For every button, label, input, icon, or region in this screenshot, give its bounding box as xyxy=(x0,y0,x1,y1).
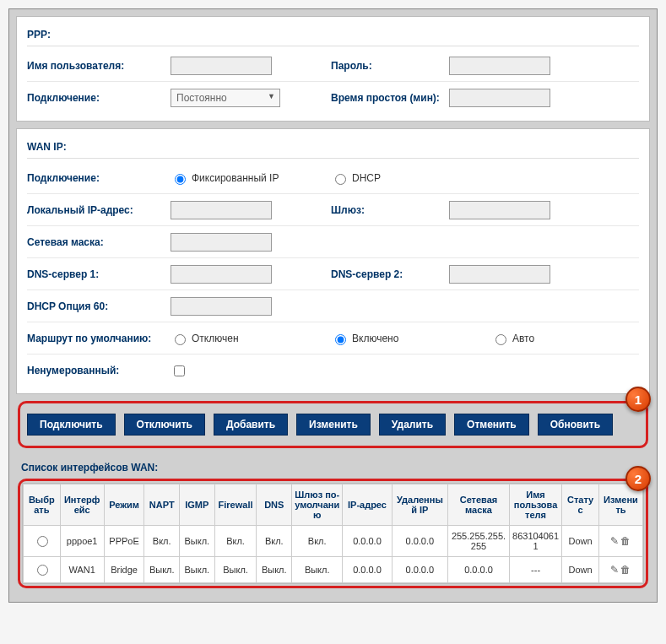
wan-title: WAN IP: xyxy=(27,136,639,159)
cell-netmask: 0.0.0.0 xyxy=(448,557,510,583)
connection-select[interactable]: Постоянно xyxy=(171,89,280,107)
th-ip: IP-адрес xyxy=(343,484,392,526)
gateway-label: Шлюз: xyxy=(331,204,449,216)
cell-user: --- xyxy=(509,557,561,583)
cell-firewall: Вкл. xyxy=(214,526,257,557)
unnumbered-label: Ненумерованный: xyxy=(27,365,171,376)
cell-defgw: Вкл. xyxy=(292,526,343,557)
dhcp60-label: DHCP Опция 60: xyxy=(27,300,171,312)
netmask-label: Сетевая маска: xyxy=(27,236,171,248)
cell-mode: PPPoE xyxy=(104,526,144,557)
radio-defroute-auto-input[interactable] xyxy=(495,334,506,345)
radio-defroute-off[interactable]: Отключен xyxy=(171,332,239,345)
delete-icon[interactable]: 🗑 xyxy=(620,535,631,547)
th-remoteip: Удаленный IP xyxy=(392,484,448,526)
radio-defroute-on-input[interactable] xyxy=(335,334,346,345)
cell-firewall: Выкл. xyxy=(214,557,257,583)
router-config-page: PPP: Имя пользователя: Пароль: Подключен… xyxy=(8,8,658,603)
radio-defroute-on[interactable]: Включено xyxy=(331,332,398,345)
netmask-input[interactable] xyxy=(171,233,272,252)
th-mode: Режим xyxy=(104,484,144,526)
username-input[interactable] xyxy=(171,57,272,75)
edit-icon[interactable]: ✎ xyxy=(610,564,619,576)
dns2-label: DNS-сервер 2: xyxy=(331,268,449,280)
password-label: Пароль: xyxy=(331,60,449,72)
radio-fixed-ip[interactable]: Фиксированный IP xyxy=(171,171,279,185)
connection-label: Подключение: xyxy=(27,92,171,104)
th-defgw: Шлюз по-умолчанию xyxy=(292,484,343,526)
cell-remoteip: 0.0.0.0 xyxy=(392,557,448,583)
wan-interfaces-table: Выбрать Интерфейс Режим NAPT IGMP Firewa… xyxy=(23,484,643,583)
cell-status: Down xyxy=(562,557,599,583)
modify-button[interactable]: Изменить xyxy=(296,414,371,436)
radio-defroute-auto[interactable]: Авто xyxy=(491,332,534,345)
cell-mode: Bridge xyxy=(104,557,144,583)
th-select: Выбрать xyxy=(24,484,61,526)
idle-input[interactable] xyxy=(449,89,550,107)
disconnect-button[interactable]: Отключить xyxy=(124,414,205,436)
dns1-input[interactable] xyxy=(171,265,272,284)
cell-dns: Выкл. xyxy=(257,557,292,583)
cell-igmp: Выкл. xyxy=(180,557,215,583)
radio-dhcp[interactable]: DHCP xyxy=(331,171,381,185)
dhcp60-input[interactable] xyxy=(171,297,272,316)
username-label: Имя пользователя: xyxy=(27,60,171,72)
refresh-button[interactable]: Обновить xyxy=(538,414,613,436)
cell-napt: Выкл. xyxy=(144,557,180,583)
cell-iface: pppoe1 xyxy=(60,526,104,557)
th-napt: NAPT xyxy=(144,484,180,526)
cell-napt: Вкл. xyxy=(144,526,180,557)
wan-panel: WAN IP: Подключение: Фиксированный IP DH… xyxy=(16,128,650,394)
row-select-radio[interactable] xyxy=(37,536,48,547)
callout-1: 1 xyxy=(625,387,651,412)
delete-button[interactable]: Удалить xyxy=(379,414,446,436)
cell-defgw: Выкл. xyxy=(292,557,343,583)
callout-2: 2 xyxy=(625,466,651,491)
th-user: Имя пользователя xyxy=(509,484,561,526)
wan-list-title: Список интерфейсов WAN: xyxy=(16,455,650,479)
th-netmask: Сетевая маска xyxy=(448,484,510,526)
wan-connection-label: Подключение: xyxy=(27,172,171,184)
cell-iface: WAN1 xyxy=(60,557,104,583)
table-header-row: Выбрать Интерфейс Режим NAPT IGMP Firewa… xyxy=(24,484,643,526)
radio-defroute-off-input[interactable] xyxy=(175,334,186,345)
local-ip-input[interactable] xyxy=(171,201,272,219)
radio-dhcp-input[interactable] xyxy=(335,174,346,185)
cell-user: 8631040611 xyxy=(509,526,561,557)
cell-netmask: 255.255.255.255 xyxy=(448,526,510,557)
th-firewall: Firewall xyxy=(214,484,257,526)
ppp-title: PPP: xyxy=(27,24,639,46)
th-igmp: IGMP xyxy=(180,484,215,526)
gateway-input[interactable] xyxy=(449,201,550,219)
button-bar: Подключить Отключить Добавить Изменить У… xyxy=(22,405,644,444)
password-input[interactable] xyxy=(449,57,550,75)
th-status: Статус xyxy=(562,484,599,526)
local-ip-label: Локальный IP-адрес: xyxy=(27,204,171,216)
cancel-button[interactable]: Отменить xyxy=(454,414,529,436)
th-iface: Интерфейс xyxy=(60,484,104,526)
cell-dns: Вкл. xyxy=(257,526,292,557)
unnumbered-checkbox[interactable] xyxy=(174,365,185,376)
radio-fixed-ip-input[interactable] xyxy=(175,174,186,185)
button-bar-highlight: Подключить Отключить Добавить Изменить У… xyxy=(18,401,648,448)
dns2-input[interactable] xyxy=(449,265,550,284)
cell-ip: 0.0.0.0 xyxy=(343,557,392,583)
wan-table-highlight: Выбрать Интерфейс Режим NAPT IGMP Firewa… xyxy=(18,479,648,588)
cell-igmp: Выкл. xyxy=(180,526,215,557)
wan-table-wrap: Выбрать Интерфейс Режим NAPT IGMP Firewa… xyxy=(22,483,644,584)
delete-icon[interactable]: 🗑 xyxy=(620,564,631,576)
add-button[interactable]: Добавить xyxy=(214,414,288,436)
cell-remoteip: 0.0.0.0 xyxy=(392,526,448,557)
th-dns: DNS xyxy=(257,484,292,526)
idle-label: Время простоя (мин): xyxy=(331,92,449,104)
row-select-radio[interactable] xyxy=(37,565,48,576)
table-row: pppoe1 PPPoE Вкл. Выкл. Вкл. Вкл. Вкл. 0… xyxy=(24,526,643,557)
dns1-label: DNS-сервер 1: xyxy=(27,268,171,280)
defroute-label: Маршрут по умолчанию: xyxy=(27,333,171,344)
cell-status: Down xyxy=(562,526,599,557)
table-row: WAN1 Bridge Выкл. Выкл. Выкл. Выкл. Выкл… xyxy=(24,557,643,583)
connect-button[interactable]: Подключить xyxy=(27,414,116,436)
cell-ip: 0.0.0.0 xyxy=(343,526,392,557)
edit-icon[interactable]: ✎ xyxy=(610,535,619,547)
ppp-panel: PPP: Имя пользователя: Пароль: Подключен… xyxy=(16,16,650,122)
